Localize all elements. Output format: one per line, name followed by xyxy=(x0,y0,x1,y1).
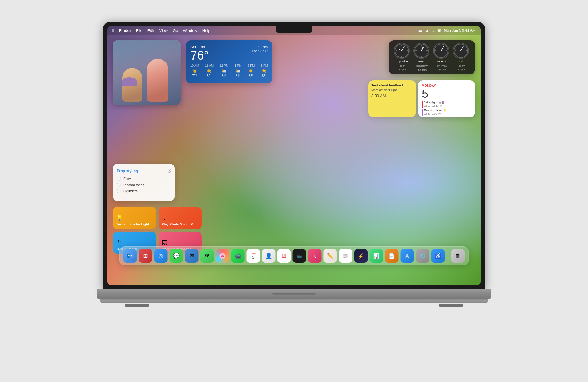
dock-safari[interactable]: ◎ xyxy=(154,249,168,263)
search-icon[interactable]: ⌕ xyxy=(432,28,434,33)
desktop: Sonoma 76° Sunny H:88° L:57° 10 AM ☀️ 77… xyxy=(107,35,481,267)
battery-icon: ▬ xyxy=(419,28,422,33)
wifi-icon: ▲ xyxy=(425,28,429,33)
photo-widget xyxy=(113,40,181,105)
datetime-display: Mon Jun 5 9:41 AM xyxy=(444,28,476,33)
dock-shortcuts[interactable]: ⚡ xyxy=(354,249,368,263)
shortcut-photo-shoot[interactable]: ♫ Play Photo Shoot P... xyxy=(159,207,202,229)
apple-menu[interactable]:  xyxy=(112,28,114,33)
dock-photos[interactable]: 🌸 xyxy=(216,249,229,263)
clock-tokyo: Tokyo Tomorrow +16HRS xyxy=(413,43,429,72)
clocks-widget: Cupertino Today +0HRS xyxy=(389,40,475,74)
menu-view[interactable]: View xyxy=(159,28,168,33)
svg-point-7 xyxy=(401,50,402,51)
dock: ⊞ ◎ 💬 ✉ 🗺 🌸 xyxy=(119,246,469,265)
shortcut-label-2: Play Photo Shoot P... xyxy=(162,222,199,226)
clock-paris: Paris Today +9HRS xyxy=(453,43,469,72)
reminder-note-text: More ambient light xyxy=(371,88,413,92)
menu-finder[interactable]: Finder xyxy=(119,28,131,33)
svg-point-23 xyxy=(441,50,442,51)
dock-reminders[interactable]: ☑ xyxy=(277,249,291,263)
dock-maps[interactable]: 🗺 xyxy=(200,249,214,263)
dock-appstore[interactable]: Ａ xyxy=(401,249,414,263)
weather-widget: Sonoma 76° Sunny H:88° L:57° 10 AM ☀️ 77… xyxy=(186,40,272,83)
menu-window[interactable]: Window xyxy=(183,28,197,33)
menu-go[interactable]: Go xyxy=(173,28,178,33)
clock-face-paris xyxy=(453,43,469,59)
clock-cupertino: Cupertino Today +0HRS xyxy=(394,43,410,72)
reminder-item-1: Flowers xyxy=(117,177,171,181)
macbook-bottom-bar xyxy=(100,299,488,303)
dock-finder[interactable] xyxy=(123,249,137,263)
macbook-body xyxy=(97,289,491,299)
calendar-more: 1 more event xyxy=(422,117,471,120)
screen:  Finder File Edit View Go Window Help ▬… xyxy=(107,26,481,285)
macbook-feet xyxy=(125,304,463,307)
svg-point-36 xyxy=(131,255,132,256)
clock-sydney: Sydney Tomorrow +17HRS xyxy=(433,43,449,72)
person-tall xyxy=(147,59,168,102)
dock-freeform[interactable]: ✏️ xyxy=(324,249,337,263)
notch xyxy=(276,26,312,33)
dock-mail[interactable]: ✉ xyxy=(185,249,199,263)
menubar-left:  Finder File Edit View Go Window Help xyxy=(112,28,211,33)
foot-left xyxy=(125,304,149,307)
shortcut-label-1: Turn on Studio Light... xyxy=(116,222,153,226)
calendar-date: 5 xyxy=(422,88,471,100)
reminder-note-widget: Test shoot feedback More ambient light 8… xyxy=(368,80,416,117)
dock-separator xyxy=(448,250,448,261)
foot-right xyxy=(439,304,463,307)
dock-messages[interactable]: 💬 xyxy=(170,249,183,263)
dock-launchpad[interactable]: ⊞ xyxy=(139,249,152,263)
dock-contacts[interactable]: 👤 xyxy=(262,249,276,263)
clock-face-cupertino xyxy=(394,43,410,59)
macbook-hinge xyxy=(272,293,316,295)
dock-trash[interactable]: 🗑 xyxy=(451,249,465,263)
dock-facetime[interactable]: 📹 xyxy=(231,249,245,263)
reminder-note-time: 8:30 AM xyxy=(371,94,413,98)
menubar-right: ▬ ▲ ⌕ ▣ Mon Jun 5 9:41 AM xyxy=(419,28,476,33)
dock-numbers[interactable]: 📊 xyxy=(370,249,383,263)
reminders-list-widget: Prop styling 3 Flowers Pleated fabric Cy… xyxy=(113,164,175,201)
menu-help[interactable]: Help xyxy=(202,28,211,33)
dock-calendar[interactable]: JUN 5 xyxy=(247,249,260,263)
calendar-widget: MONDAY 5 Set up lighting 🔮12:00–12:30PM … xyxy=(418,80,475,117)
svg-point-35 xyxy=(128,255,130,256)
calendar-event-2: Meet with talent 🌟12:30–1:00PM xyxy=(422,109,471,116)
screen-bezel:  Finder File Edit View Go Window Help ▬… xyxy=(103,22,485,289)
reminder-item-2: Pleated fabric xyxy=(117,183,171,187)
macbook:  Finder File Edit View Go Window Help ▬… xyxy=(94,22,494,360)
svg-point-31 xyxy=(460,50,461,51)
calendar-event-1: Set up lighting 🔮12:00–12:30PM xyxy=(422,101,471,108)
reminders-title: Prop styling xyxy=(117,169,138,173)
svg-point-15 xyxy=(421,50,422,51)
dock-news[interactable]: 📰 xyxy=(339,249,352,263)
calendar-day: MONDAY xyxy=(422,84,471,87)
dock-accessibility[interactable]: ♿ xyxy=(431,249,445,263)
clock-face-sydney xyxy=(433,43,449,59)
shortcut-studio-light[interactable]: 💡 Turn on Studio Light... xyxy=(113,207,156,229)
weather-condition: Sunny H:88° L:57° xyxy=(251,45,268,53)
menu-edit[interactable]: Edit xyxy=(147,28,154,33)
reminder-item-3: Cylinders xyxy=(117,189,171,193)
calendar-left: MONDAY 5 Set up lighting 🔮12:00–12:30PM … xyxy=(422,84,471,113)
dock-music[interactable]: ♫ xyxy=(308,249,322,263)
clock-face-tokyo xyxy=(413,43,429,59)
screen-mirror-icon: ▣ xyxy=(437,28,441,33)
weather-forecast: 10 AM ☀️ 77° 11 AM ☀️ 80° 12 PM ⛅ 81 xyxy=(190,64,268,78)
dock-pages[interactable]: 📄 xyxy=(385,249,399,263)
reminder-note-title: Test shoot feedback xyxy=(371,83,413,87)
menu-file[interactable]: File xyxy=(136,28,143,33)
reminders-header: Prop styling 3 xyxy=(117,168,171,174)
reminders-count: 3 xyxy=(168,168,171,174)
dock-settings[interactable]: ⚙️ xyxy=(416,249,429,263)
dock-appletv[interactable]: 📺 xyxy=(293,249,306,263)
